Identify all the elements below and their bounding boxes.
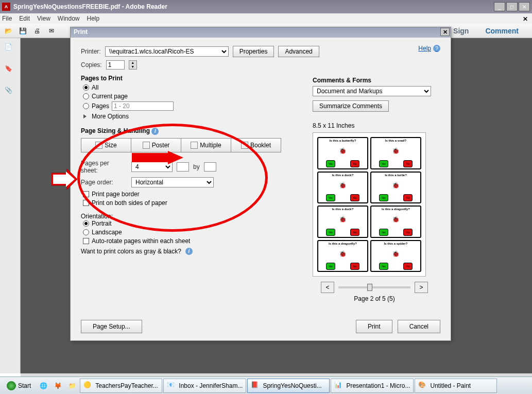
page-setup-button[interactable]: Page Setup... [81,320,142,333]
more-options-toggle[interactable]: More Options [92,113,129,120]
size-icon [95,142,102,149]
portrait-radio[interactable] [83,220,89,227]
page-thumbnails-icon[interactable]: 📄 [5,43,16,55]
taskbar-item-chrome[interactable]: 🟡TeachersPayTeacher... [80,379,162,393]
current-page-radio[interactable] [83,93,89,99]
app-title: SpringYesNoQuestionsFREEBIE.pdf - Adobe … [13,3,494,10]
menu-file[interactable]: File [2,15,12,22]
open-icon[interactable]: 📂 [2,25,14,37]
print-dialog: Print ✕ Help ? Printer: \\equitrac1.wlcs… [70,27,451,341]
adobe-icon: 📕 [251,381,260,390]
preview-card: Is this a dragonfly?🐞YesNo [370,205,421,238]
start-label: Start [18,382,31,389]
all-label: All [92,84,98,91]
bookmark-icon[interactable]: 🔖 [5,65,16,76]
multiple-label: Multiple [200,142,221,149]
taskbar-item-paint[interactable]: 🎨Untitled - Paint [415,379,497,393]
taskbar-item-outlook[interactable]: 📧Inbox - JenniferSham... [163,379,246,393]
poster-icon [143,142,150,149]
doc-close-button[interactable]: ✕ [521,14,530,24]
start-button[interactable]: Start [2,379,36,392]
sign-action[interactable]: Sign [447,25,475,37]
dialog-right-column: Comments & Forms Document and Markups Su… [313,46,436,302]
taskbar-item-label: TeachersPayTeacher... [95,382,158,389]
side-panel: 📄 🔖 📎 [0,38,21,373]
taskbar-item-label: Inbox - JenniferSham... [179,382,243,389]
booklet-label: Booklet [250,142,271,149]
all-radio[interactable] [83,84,89,91]
copies-input[interactable] [106,60,125,70]
close-button[interactable]: ✕ [519,2,530,11]
comments-forms-select[interactable]: Document and Markups [313,86,431,96]
maximize-button[interactable]: □ [506,2,518,11]
custom-rows-input[interactable] [204,162,216,172]
summarize-button[interactable]: Summarize Comments [313,100,389,112]
multiple-button[interactable]: Multiple [181,138,231,152]
slider-thumb[interactable] [367,284,372,291]
menu-help[interactable]: Help [87,15,100,22]
custom-cols-input[interactable] [177,162,189,172]
pages-radio[interactable] [83,103,89,109]
ie-icon[interactable]: 🌐 [37,379,50,392]
firefox-icon[interactable]: 🦊 [51,379,64,392]
app-titlebar: A SpringYesNoQuestionsFREEBIE.pdf - Adob… [0,0,532,13]
print-button[interactable]: Print [356,320,392,333]
taskbar-item-adobe[interactable]: 📕SpringYesNoQuesti... [247,379,330,393]
copies-spinner[interactable]: ▲▼ [129,60,137,70]
save-icon[interactable]: 💾 [16,25,29,37]
poster-button[interactable]: Poster [131,138,181,152]
expand-icon[interactable] [83,114,87,118]
both-sides-checkbox[interactable] [83,200,89,206]
taskbar-item-powerpoint[interactable]: 📊Presentation1 - Micro... [331,379,414,393]
menu-edit[interactable]: Edit [19,15,30,22]
by-label: by [193,163,200,170]
print-preview: Is this a butterfly?🐞YesNoIs this a snai… [313,132,426,277]
taskbar-item-label: Untitled - Paint [430,382,471,389]
menubar: File Edit View Window Help [0,13,532,24]
mail-icon[interactable]: ✉ [45,25,58,37]
sizing-handling-text: Page Sizing & Handling [81,127,150,134]
landscape-label: Landscape [92,229,122,236]
portrait-label: Portrait [92,220,112,227]
dialog-title: Print [74,28,88,36]
comment-action[interactable]: Comment [479,25,525,37]
window-buttons: _ □ ✕ [494,2,530,11]
menu-view[interactable]: View [37,15,50,22]
auto-rotate-checkbox[interactable] [83,238,89,244]
preview-prev-button[interactable]: < [321,282,334,293]
gray-info-icon[interactable]: i [185,248,193,255]
preview-card: Is this a dragonfly?🐞YesNo [317,240,368,272]
comments-forms-header: Comments & Forms [313,77,436,84]
size-button[interactable]: Size [81,138,131,152]
preview-slider[interactable] [338,286,410,288]
pages-label: Pages [92,102,109,110]
pages-per-sheet-select[interactable]: 4 [131,162,173,172]
preview-card: Is this a turtle?🐞YesNo [370,172,421,204]
booklet-button[interactable]: Booklet [231,138,281,152]
attachment-icon[interactable]: 📎 [5,87,16,98]
taskbar-item-label: SpringYesNoQuesti... [263,382,321,389]
page-order-select[interactable]: Horizontal [131,177,214,187]
pdf-icon: A [2,3,10,11]
paint-icon: 🎨 [418,381,427,390]
chrome-icon: 🟡 [83,381,93,390]
print-border-checkbox[interactable] [83,191,89,197]
print-border-label: Print page border [92,191,140,198]
explorer-icon[interactable]: 📁 [65,379,79,392]
outlook-icon: 📧 [167,381,176,390]
size-label: Size [105,142,116,149]
dialog-close-button[interactable]: ✕ [440,28,450,36]
minimize-button[interactable]: _ [494,2,505,11]
info-icon[interactable]: i [151,128,159,135]
menu-window[interactable]: Window [58,15,80,22]
pages-range-input[interactable] [112,101,174,111]
preview-next-button[interactable]: > [415,282,428,293]
taskbar-item-label: Presentation1 - Micro... [346,382,410,389]
landscape-radio[interactable] [83,229,89,235]
cancel-button[interactable]: Cancel [398,320,440,333]
properties-button[interactable]: Properties [233,46,274,57]
booklet-icon [241,142,248,149]
print-icon[interactable]: 🖨 [31,25,43,37]
printer-select[interactable]: \\equitrac1.wlcs.local\Ricoh-ES [105,46,229,57]
auto-rotate-label: Auto-rotate pages within each sheet [92,237,190,245]
